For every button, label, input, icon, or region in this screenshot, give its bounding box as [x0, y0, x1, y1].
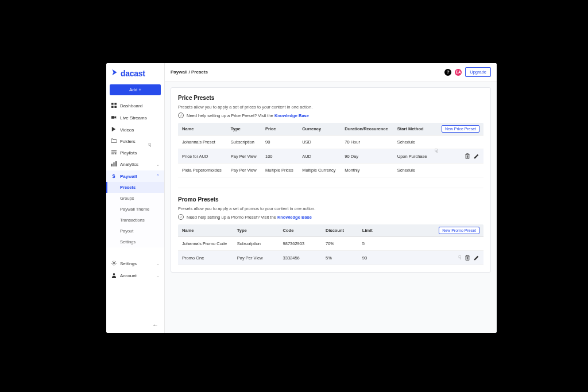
- table-row[interactable]: Piela Peperomioides Pay Per View Multipl…: [178, 164, 483, 177]
- table-row[interactable]: Johanna's Preset Subscription 90 USD 70 …: [178, 135, 483, 149]
- delete-icon[interactable]: [465, 255, 470, 261]
- cell-name: Johanna's Preset: [178, 135, 227, 149]
- sidebar-subitem-transactions[interactable]: Transactions: [106, 215, 164, 226]
- help-line: i Need help setting up a Price Preset? V…: [178, 112, 483, 118]
- column-header-code: Code: [279, 224, 322, 237]
- sidebar-item-paywall[interactable]: $ Paywall ⌃: [106, 170, 164, 182]
- cell-currency: USD: [298, 135, 341, 149]
- column-header-name: Name: [178, 224, 233, 237]
- sidebar-item-folders[interactable]: Folders: [106, 135, 164, 147]
- cursor-icon: ☟: [458, 255, 461, 261]
- upgrade-button[interactable]: Upgrade: [465, 67, 491, 77]
- sidebar-subitem-settings[interactable]: Settings: [106, 236, 164, 247]
- sidebar-item-account[interactable]: Account ⌄: [106, 270, 164, 282]
- cell-limit: 5: [358, 237, 432, 251]
- promo-presets-section: Promo Presets Presets allow you to apply…: [178, 196, 483, 265]
- column-header-start-method: Start Method: [393, 123, 432, 135]
- cell-type: Pay Per View: [227, 164, 261, 177]
- column-header-actions: New Promo Preset: [432, 224, 483, 237]
- play-icon: [111, 127, 117, 133]
- collapse-sidebar-button[interactable]: ←: [106, 317, 164, 333]
- sidebar-item-dashboard[interactable]: Dashboard: [106, 100, 164, 112]
- column-header-limit: Limit: [358, 224, 432, 237]
- cell-price: Multiple Prices: [261, 164, 298, 177]
- cell-type: Pay Per View: [233, 251, 279, 265]
- cell-actions: [432, 149, 483, 164]
- svg-rect-8: [111, 164, 113, 167]
- sidebar-item-label: Folders: [120, 139, 136, 144]
- cell-actions: ☟: [432, 251, 483, 265]
- knowledge-base-link[interactable]: Knowledge Base: [274, 113, 309, 118]
- sidebar-item-playlists[interactable]: Playlists: [106, 147, 164, 158]
- column-header-duration: Duration/Reccurence: [341, 123, 393, 135]
- folder-icon: [111, 138, 117, 144]
- nav-menu: Dashboard Live Streams Videos Folders: [106, 100, 164, 317]
- presets-card: Price Presets Presets allow you to apply…: [171, 87, 491, 273]
- help-text: Need help setting up a Promo Preset? Vis…: [187, 215, 312, 220]
- add-button[interactable]: Add +: [110, 84, 161, 95]
- chevron-down-icon: ⌄: [156, 274, 160, 278]
- info-icon: i: [178, 112, 184, 118]
- app-window: dacast Add + Dashboard Live Streams Vide: [106, 63, 497, 333]
- limit-value: 90: [362, 255, 367, 261]
- cell-type: Subscription: [227, 135, 261, 149]
- price-presets-table-wrap: Name Type Price Currency Duration/Reccur…: [178, 123, 483, 177]
- chevron-up-icon: ⌃: [156, 174, 160, 178]
- playlist-icon: [111, 150, 117, 156]
- brand-name: dacast: [121, 69, 145, 78]
- knowledge-base-link[interactable]: Knowledge Base: [277, 215, 312, 220]
- table-row[interactable]: Price for AUD Pay Per View 100 AUD 90 Da…: [178, 149, 483, 164]
- column-header-name: Name: [178, 123, 227, 135]
- column-header-actions: New Price Preset: [432, 123, 483, 135]
- delete-icon[interactable]: [465, 153, 470, 159]
- column-header-type: Type: [227, 123, 261, 135]
- cell-currency: AUD: [298, 149, 341, 164]
- cell-name: Price for AUD: [178, 149, 227, 164]
- sidebar-subitem-presets[interactable]: Presets: [106, 182, 164, 193]
- help-icon[interactable]: ?: [444, 69, 451, 76]
- sidebar-item-label: Paywall: [120, 174, 137, 179]
- dollar-icon: $: [111, 173, 117, 179]
- new-price-preset-button[interactable]: New Price Preset: [442, 125, 479, 133]
- sidebar-subitem-payout[interactable]: Payout: [106, 226, 164, 236]
- edit-icon[interactable]: [474, 153, 479, 159]
- content-area: Price Presets Presets allow you to apply…: [165, 81, 497, 333]
- table-row[interactable]: Johanna's Promo Code Subscription 987362…: [178, 237, 483, 251]
- cell-price: 90: [261, 135, 298, 149]
- paywall-submenu: Presets Groups Paywall Theme Transaction…: [106, 182, 164, 247]
- info-icon: i: [178, 214, 184, 220]
- cell-actions: [432, 164, 483, 177]
- cell-start-method: Schedule: [393, 135, 432, 149]
- cell-currency: Multiple Currency: [298, 164, 341, 177]
- cell-actions: [432, 135, 483, 149]
- cell-start-method: Upon Purchase ☟: [393, 149, 432, 164]
- help-prefix: Need help setting up a Price Preset? Vis…: [187, 113, 274, 118]
- sidebar-item-live-streams[interactable]: Live Streams: [106, 112, 164, 124]
- sidebar-subitem-groups[interactable]: Groups: [106, 193, 164, 204]
- sidebar: dacast Add + Dashboard Live Streams Vide: [106, 63, 165, 333]
- sidebar-item-label: Dashboard: [120, 103, 142, 108]
- svg-point-11: [113, 262, 115, 264]
- start-method-value: Upon Purchase: [397, 154, 427, 159]
- cell-price: 100: [261, 149, 298, 164]
- cell-limit: 90: [358, 251, 432, 265]
- table-row[interactable]: Promo One Pay Per View 3332456 5% 90: [178, 251, 483, 265]
- sidebar-item-videos[interactable]: Videos: [106, 124, 164, 135]
- help-prefix: Need help setting up a Promo Preset? Vis…: [187, 215, 277, 220]
- dashboard-icon: [111, 103, 117, 109]
- svg-rect-2: [111, 106, 114, 108]
- brand-logo: dacast: [106, 63, 164, 84]
- analytics-icon: [111, 161, 117, 168]
- sidebar-item-settings[interactable]: Settings ⌄: [106, 258, 164, 270]
- sidebar-subitem-theme[interactable]: Paywall Theme: [106, 204, 164, 215]
- avatar[interactable]: EA: [455, 69, 462, 76]
- section-divider: [178, 188, 483, 188]
- sidebar-item-label: Settings: [120, 261, 137, 266]
- svg-rect-3: [114, 106, 117, 108]
- sidebar-item-label: Live Streams: [120, 115, 147, 121]
- column-header-currency: Currency: [298, 123, 341, 135]
- sidebar-item-label: Playlists: [120, 150, 137, 156]
- new-promo-preset-button[interactable]: New Promo Preset: [439, 227, 479, 234]
- sidebar-item-analytics[interactable]: Analytics ⌄: [106, 158, 164, 170]
- edit-icon[interactable]: [474, 255, 479, 261]
